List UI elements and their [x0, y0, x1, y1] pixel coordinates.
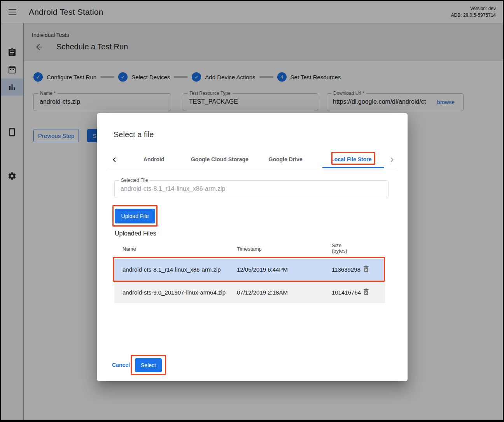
- select-file-dialog: Select a file Android Google Cloud Stora…: [97, 113, 408, 381]
- trash-icon: [362, 288, 370, 296]
- tab-local-file-store[interactable]: Local File Store: [318, 150, 384, 168]
- app-screen: Android Test Station Version: dev ADB: 2…: [0, 0, 504, 422]
- cancel-button[interactable]: Cancel: [112, 362, 130, 368]
- table-row[interactable]: android-sts-9.0_201907-linux-arm64.zip 0…: [114, 282, 385, 303]
- select-button[interactable]: Select: [135, 358, 162, 372]
- tab-google-cloud-storage[interactable]: Google Cloud Storage: [187, 150, 252, 168]
- column-header-timestamp: Timestamp: [237, 246, 262, 252]
- trash-icon: [362, 265, 370, 273]
- selected-file-field[interactable]: Selected File android-cts-8.1_r14-linux_…: [114, 180, 388, 198]
- dialog-tabs: Android Google Cloud Storage Google Driv…: [121, 150, 384, 168]
- upload-file-button[interactable]: Upload File: [115, 209, 155, 223]
- chevron-right-icon: [387, 155, 397, 164]
- tab-android[interactable]: Android: [121, 150, 187, 168]
- delete-file-button[interactable]: [361, 265, 371, 274]
- selected-file-label: Selected File: [119, 178, 150, 183]
- tabs-scroll-left[interactable]: [108, 151, 121, 168]
- selected-file-value: android-cts-8.1_r14-linux_x86-arm.zip: [121, 185, 225, 192]
- column-header-size: Size (bytes): [332, 243, 347, 254]
- chevron-left-icon: [110, 155, 119, 164]
- active-tab-indicator: [322, 167, 384, 168]
- column-header-name: Name: [122, 246, 136, 252]
- uploaded-files-heading: Uploaded Files: [115, 230, 156, 237]
- dialog-title: Select a file: [114, 130, 154, 139]
- tabs-scroll-right[interactable]: [385, 151, 399, 168]
- delete-file-button[interactable]: [361, 288, 371, 297]
- table-row[interactable]: android-cts-8.1_r14-linux_x86-arm.zip 12…: [114, 259, 385, 280]
- tab-google-drive[interactable]: Google Drive: [253, 150, 318, 168]
